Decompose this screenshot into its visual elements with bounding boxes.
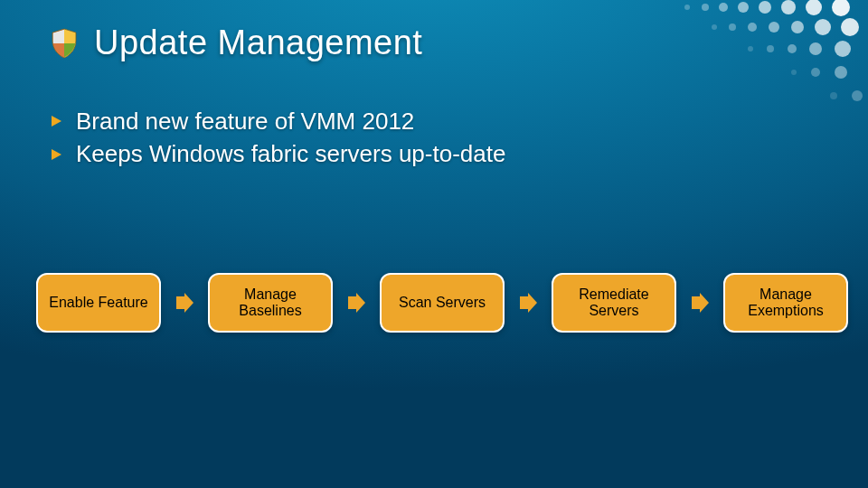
svg-marker-30 (692, 293, 709, 313)
corner-dots-decoration (633, 0, 868, 108)
bullet-item: Brand new feature of VMM 2012 (51, 105, 505, 137)
bullet-text: Brand new feature of VMM 2012 (76, 105, 414, 137)
title-row: Update Management (51, 23, 422, 62)
svg-point-3 (738, 2, 749, 13)
svg-point-7 (832, 0, 850, 16)
slide-title: Update Management (94, 23, 422, 62)
flow-step-manage-exemptions: Manage Exemptions (723, 273, 848, 333)
svg-marker-26 (52, 149, 61, 160)
flow-step-manage-baselines: Manage Baselines (208, 273, 333, 333)
svg-point-21 (811, 68, 820, 77)
svg-point-10 (748, 23, 757, 32)
svg-point-9 (729, 23, 736, 31)
svg-marker-28 (348, 293, 365, 313)
svg-point-16 (767, 45, 774, 52)
process-flow: Enable Feature Manage Baselines Scan Ser… (36, 273, 848, 333)
svg-point-18 (809, 42, 822, 55)
svg-point-4 (759, 1, 771, 14)
svg-point-8 (712, 24, 717, 30)
svg-point-6 (806, 0, 822, 15)
svg-point-12 (791, 21, 804, 33)
bullet-list: Brand new feature of VMM 2012 Keeps Wind… (51, 105, 505, 171)
svg-marker-25 (52, 116, 61, 127)
svg-point-1 (702, 4, 709, 11)
svg-point-19 (835, 41, 851, 57)
svg-point-22 (835, 66, 847, 79)
svg-marker-29 (520, 293, 537, 313)
flow-arrow-icon (346, 293, 366, 313)
svg-point-24 (852, 90, 863, 101)
flow-step-scan-servers: Scan Servers (380, 273, 505, 333)
bullet-arrow-icon (51, 115, 63, 127)
flow-arrow-icon (518, 293, 538, 313)
bullet-item: Keeps Windows fabric servers up-to-date (51, 137, 505, 170)
svg-point-11 (769, 22, 779, 33)
svg-point-17 (788, 44, 797, 53)
flow-arrow-icon (690, 293, 710, 313)
bullet-arrow-icon (51, 148, 63, 161)
svg-point-23 (830, 92, 837, 99)
svg-point-13 (815, 19, 831, 35)
slide: Update Management Brand new feature of V… (0, 0, 868, 488)
svg-point-15 (748, 46, 753, 52)
svg-point-5 (781, 0, 796, 14)
svg-point-14 (841, 18, 859, 36)
flow-step-remediate-servers: Remediate Servers (552, 273, 676, 333)
svg-point-0 (684, 5, 690, 10)
flow-arrow-icon (175, 293, 194, 313)
flow-step-enable-feature: Enable Feature (36, 273, 161, 333)
svg-point-20 (791, 70, 797, 75)
svg-point-2 (719, 3, 728, 12)
shield-icon (51, 28, 78, 59)
svg-marker-27 (176, 293, 193, 313)
bullet-text: Keeps Windows fabric servers up-to-date (76, 137, 505, 170)
